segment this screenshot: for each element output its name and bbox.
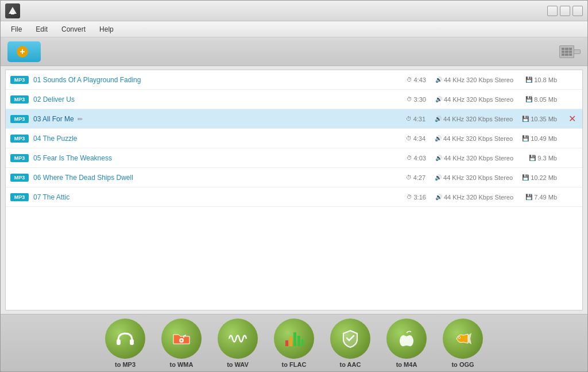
convert-ogg-button[interactable]: to OGG xyxy=(443,319,483,368)
disk-icon: 💾 xyxy=(522,135,529,141)
mp3-badge: MP3 xyxy=(10,154,29,162)
track-quality: 🔊 44 KHz 320 Kbps Stereo xyxy=(435,76,513,83)
convert-wma-button[interactable]: to WMA xyxy=(161,319,202,368)
track-name: 07 The Attic xyxy=(33,193,407,201)
svg-rect-11 xyxy=(293,332,296,346)
maximize-button[interactable] xyxy=(560,6,570,16)
track-quality: 🔊 44 KHz 320 Kbps Stereo xyxy=(435,116,513,122)
mp3-label: to MP3 xyxy=(115,361,136,368)
convert-bar: to MP3 to WMA to WAV to FLAC to AAC to M… xyxy=(1,314,587,371)
clock-icon: ⏱ xyxy=(407,194,412,200)
svg-rect-9 xyxy=(285,340,288,344)
track-row[interactable]: MP3 05 Fear Is The Weakness ⏱ 4:03 🔊 44 … xyxy=(6,148,582,168)
aac-label: to AAC xyxy=(340,361,361,368)
app-logo xyxy=(5,3,20,18)
track-meta: ⏱ 4:03 🔊 44 KHz 320 Kbps Stereo 💾 9.3 Mb xyxy=(407,155,558,162)
track-duration: ⏱ 4:31 xyxy=(406,116,425,122)
clock-icon: ⏱ xyxy=(406,116,412,122)
disk-icon: 💾 xyxy=(525,194,532,200)
track-list[interactable]: MP3 01 Sounds Of A Playground Fading ⏱ 4… xyxy=(5,70,583,310)
mp3-badge: MP3 xyxy=(10,193,29,201)
speaker-icon: 🔊 xyxy=(435,76,442,83)
track-duration: ⏱ 4:43 xyxy=(407,76,426,83)
mp3-badge: MP3 xyxy=(10,76,29,84)
clock-icon: ⏱ xyxy=(407,76,412,83)
track-size: 💾 10.35 Mb xyxy=(522,116,557,122)
remove-button[interactable]: ✕ xyxy=(566,113,578,124)
join-files-section xyxy=(555,45,581,58)
speaker-icon: 🔊 xyxy=(435,194,442,200)
track-row[interactable]: MP3 06 Where The Dead Ships Dwell ⏱ 4:27… xyxy=(6,168,582,187)
m4a-circle xyxy=(386,319,427,359)
ogg-label: to OGG xyxy=(451,361,474,368)
clock-icon: ⏱ xyxy=(407,96,412,102)
edit-icon[interactable]: ✏ xyxy=(78,116,83,122)
track-size: 💾 8.05 Mb xyxy=(523,96,557,103)
track-quality: 🔊 44 KHz 320 Kbps Stereo xyxy=(435,155,513,162)
mp3-badge: MP3 xyxy=(10,135,29,143)
menu-items: File Edit Convert Help xyxy=(5,24,119,35)
track-quality: 🔊 44 KHz 320 Kbps Stereo xyxy=(435,135,513,142)
convert-aac-button[interactable]: to AAC xyxy=(330,319,370,368)
flac-label: to FLAC xyxy=(282,361,307,368)
track-meta: ⏱ 3:16 🔊 44 KHz 320 Kbps Stereo 💾 7.49 M… xyxy=(407,194,558,201)
track-name: 06 Where The Dead Ships Dwell xyxy=(33,174,406,182)
mp3-badge: MP3 xyxy=(10,174,29,182)
mp3-badge: MP3 xyxy=(10,115,29,123)
svg-rect-13 xyxy=(301,339,304,346)
track-name: 03 All For Me✏ xyxy=(33,115,406,123)
menu-file[interactable]: File xyxy=(5,24,28,35)
wma-circle xyxy=(161,319,202,359)
disk-icon: 💾 xyxy=(525,76,532,83)
track-row[interactable]: MP3 07 The Attic ⏱ 3:16 🔊 44 KHz 320 Kbp… xyxy=(6,187,582,207)
track-name: 01 Sounds Of A Playground Fading xyxy=(33,76,407,84)
add-audio-button[interactable]: + xyxy=(7,41,41,62)
clock-icon: ⏱ xyxy=(407,155,412,161)
track-duration: ⏱ 3:16 xyxy=(407,194,426,201)
track-duration: ⏱ 4:27 xyxy=(406,174,425,181)
window-controls xyxy=(547,6,583,16)
track-row[interactable]: MP3 02 Deliver Us ⏱ 3:30 🔊 44 KHz 320 Kb… xyxy=(6,90,582,109)
speaker-icon: 🔊 xyxy=(435,116,442,122)
track-row[interactable]: MP3 03 All For Me✏ ⏱ 4:31 🔊 44 KHz 320 K… xyxy=(6,109,582,129)
svg-point-15 xyxy=(459,337,460,338)
close-button[interactable] xyxy=(572,6,583,16)
convert-m4a-button[interactable]: to M4A xyxy=(386,319,427,368)
svg-rect-8 xyxy=(285,344,288,346)
track-size: 💾 9.3 Mb xyxy=(523,155,557,162)
track-meta: ⏱ 4:27 🔊 44 KHz 320 Kbps Stereo 💾 10.22 … xyxy=(406,174,557,181)
flac-circle xyxy=(274,319,314,359)
svg-line-7 xyxy=(184,335,186,336)
convert-wav-button[interactable]: to WAV xyxy=(218,319,258,368)
track-row[interactable]: MP3 04 The Puzzle ⏱ 4:34 🔊 44 KHz 320 Kb… xyxy=(6,129,582,148)
speaker-icon: 🔊 xyxy=(435,96,442,102)
wav-label: to WAV xyxy=(227,361,249,368)
convert-mp3-button[interactable]: to MP3 xyxy=(105,319,145,368)
svg-rect-3 xyxy=(130,339,134,345)
toolbar: + xyxy=(1,37,587,66)
wav-circle xyxy=(218,319,258,359)
disk-icon: 💾 xyxy=(522,116,529,122)
svg-marker-0 xyxy=(9,7,17,14)
track-meta: ⏱ 3:30 🔊 44 KHz 320 Kbps Stereo 💾 8.05 M… xyxy=(407,96,558,103)
track-row[interactable]: MP3 01 Sounds Of A Playground Fading ⏱ 4… xyxy=(6,70,582,90)
disk-icon: 💾 xyxy=(529,155,536,161)
join-toggle[interactable] xyxy=(559,45,581,58)
menu-convert[interactable]: Convert xyxy=(56,24,91,35)
minimize-button[interactable] xyxy=(547,6,558,16)
track-size: 💾 10.49 Mb xyxy=(522,135,557,142)
menu-help[interactable]: Help xyxy=(94,24,119,35)
mp3-badge: MP3 xyxy=(10,95,29,103)
add-icon: + xyxy=(17,46,28,57)
track-duration: ⏱ 4:03 xyxy=(407,155,426,162)
track-size: 💾 10.8 Mb xyxy=(523,76,557,83)
track-quality: 🔊 44 KHz 320 Kbps Stereo xyxy=(435,96,513,103)
track-size: 💾 10.22 Mb xyxy=(522,174,557,181)
disk-icon: 💾 xyxy=(522,174,529,181)
svg-rect-2 xyxy=(117,339,121,345)
speaker-icon: 🔊 xyxy=(435,155,442,161)
title-bar-left xyxy=(5,3,25,18)
svg-rect-12 xyxy=(297,336,300,346)
menu-edit[interactable]: Edit xyxy=(30,24,53,35)
convert-flac-button[interactable]: to FLAC xyxy=(274,319,314,368)
